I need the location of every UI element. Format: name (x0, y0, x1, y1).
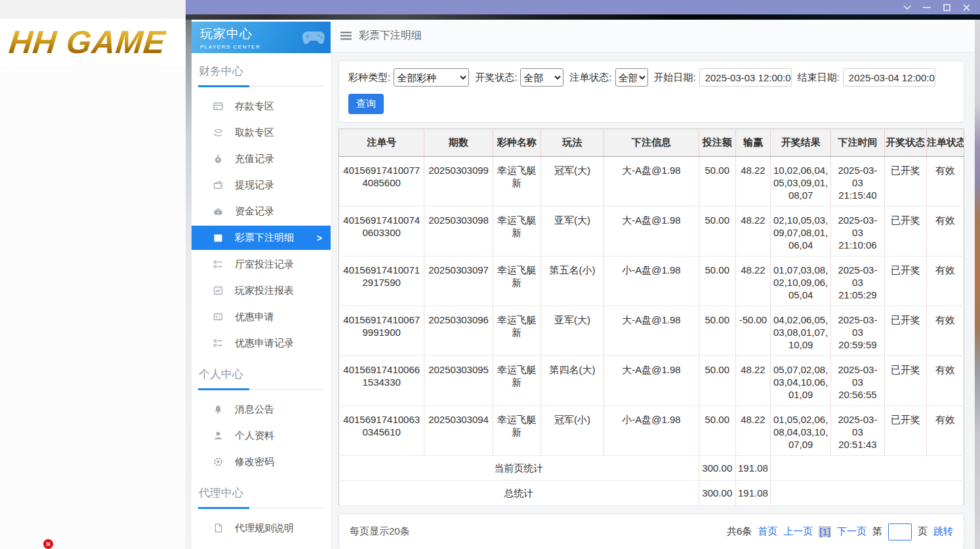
lottery-type-select[interactable]: 全部彩种 (394, 68, 469, 87)
jump-page-input[interactable] (888, 523, 912, 540)
start-date-input[interactable] (699, 68, 792, 87)
column-header: 开奖状态 (884, 129, 926, 157)
table-cell: 有效 (926, 256, 964, 306)
sidebar-item-label: 消息公告 (235, 403, 274, 416)
sidebar-title: 玩家中心 (200, 26, 260, 43)
hh-game-logo: HH GAME (7, 24, 167, 60)
summary-bet-total: 300.00 (699, 456, 735, 481)
sidebar-nav: 财务中心存款专区取款专区充值记录提现记录资金记录彩票下注明细>厅室投注记录玩家投… (192, 64, 331, 549)
table-cell: 已开奖 (884, 406, 926, 456)
window-accent-strip (186, 14, 980, 20)
table-cell: 幸运飞艇新 (493, 356, 541, 406)
chevron-right-icon: > (317, 233, 322, 243)
table-cell: 大-A盘@1.98 (604, 306, 699, 356)
sidebar-item[interactable]: 优惠申请记录 (192, 330, 331, 356)
sidebar-item[interactable]: 修改密码 (192, 449, 331, 475)
sidebar-item[interactable]: 充值记录 (192, 146, 331, 172)
sidebar-item[interactable]: 取款专区 (192, 119, 331, 146)
column-header: 下注信息 (604, 129, 699, 157)
table-cell: 2025-03-03 21:10:06 (831, 207, 884, 256)
table-cell: 05,07,02,08,03,04,10,06,01,09 (771, 356, 831, 406)
sidebar-item-label: 厅室投注记录 (235, 258, 294, 271)
table-cell: 50.00 (699, 207, 735, 256)
column-header: 彩种名称 (493, 129, 541, 157)
sidebar-item[interactable]: 提现记录 (192, 172, 331, 198)
table-cell: 50.00 (699, 256, 735, 306)
table-header-row: 注单号期数彩种名称玩法下注信息投注额输赢开奖结果下注时间开奖状态注单状态 (339, 129, 964, 157)
window-titlebar (186, 0, 980, 14)
app-window: 玩家中心 PLAYERS CENTER 财务中心存款专区取款专区充值记录提现记录… (186, 0, 980, 549)
table-row: 40156917410066153433020250303095幸运飞艇新第四名… (339, 356, 964, 406)
table-cell: 已开奖 (884, 306, 926, 356)
sidebar-item[interactable]: 个人资料 (192, 422, 331, 449)
order-status-select[interactable]: 全部 (615, 68, 648, 87)
main-area: 彩票下注明细 彩种类型: 全部彩种 开奖状态: 全部 注单状态: 全部 开始日期… (331, 20, 975, 549)
table-cell: 48.22 (735, 406, 770, 456)
scrollbar[interactable] (975, 20, 980, 549)
total-count: 共6条 (727, 525, 752, 538)
bet-details-table: 注单号期数彩种名称玩法下注信息投注额输赢开奖结果下注时间开奖状态注单状态 401… (338, 129, 964, 506)
end-date-label: 结束日期: (798, 71, 840, 84)
next-page-link[interactable]: 下一页 (837, 525, 867, 538)
table-cell: 50.00 (699, 356, 735, 406)
window-close-icon[interactable] (956, 0, 976, 14)
sidebar-item[interactable]: 资金记录 (192, 198, 331, 224)
first-page-link[interactable]: 首页 (758, 525, 777, 538)
chart-icon (212, 285, 224, 296)
draw-status-select[interactable]: 全部 (520, 68, 563, 87)
current-page: [1] (819, 526, 831, 537)
table-cell: 01,07,03,08,02,10,09,06,05,04 (771, 256, 831, 306)
sidebar-item-label: 提现记录 (235, 179, 274, 192)
summary-label: 当前页统计 (339, 456, 699, 481)
table-cell: 已开奖 (884, 157, 926, 207)
sidebar-item[interactable]: 优惠申请 (192, 304, 331, 330)
sidebar-item[interactable]: 消息公告 (192, 396, 331, 422)
column-header: 投注额 (699, 129, 735, 157)
table-cell: 20250303094 (424, 406, 493, 456)
summary-winloss-total: 191.08 (735, 456, 770, 481)
table-cell: 2025-03-03 21:05:29 (831, 256, 884, 306)
table-cell: 02,10,05,03,09,07,08,01,06,04 (771, 207, 831, 256)
order-status-label: 注单状态: (569, 71, 611, 84)
sidebar-item[interactable]: 代理规则说明 (192, 515, 331, 541)
column-header: 注单状态 (926, 129, 964, 157)
window-minimize-icon[interactable] (917, 0, 937, 14)
table-cell: 大-A盘@1.98 (604, 356, 699, 406)
sidebar-item-label: 优惠申请记录 (235, 337, 294, 350)
jump-button[interactable]: 跳转 (933, 525, 953, 538)
summary-empty (771, 456, 964, 481)
page-size-text: 每页显示20条 (350, 525, 410, 538)
sidebar-item-label: 充值记录 (235, 153, 274, 165)
pagination-bar: 每页显示20条 共6条 首页 上一页 [1] 下一页 第 页 跳转 (338, 514, 964, 549)
person-icon (212, 430, 224, 441)
start-date-label: 开始日期: (654, 71, 696, 84)
hamburger-menu-icon[interactable] (340, 31, 352, 40)
table-cell: 2025-03-03 21:15:40 (831, 157, 884, 207)
broken-image-icon (43, 539, 53, 549)
table-cell: 50.00 (699, 306, 735, 356)
summary-empty (771, 481, 964, 506)
lottery-type-label: 彩种类型: (348, 71, 390, 84)
table-cell: 50.00 (699, 406, 735, 456)
window-maximize-icon[interactable] (937, 0, 956, 14)
table-cell: 有效 (926, 306, 964, 356)
sidebar-item[interactable]: 彩票下注明细> (192, 226, 331, 250)
deposit-card-icon (212, 101, 224, 112)
sidebar-section-header: 代理中心 (198, 485, 324, 508)
prev-page-link[interactable]: 上一页 (783, 525, 813, 538)
withdraw-hand-icon (212, 127, 224, 138)
window-dropdown-icon[interactable] (897, 0, 917, 14)
sidebar-item-label: 彩票下注明细 (235, 232, 294, 244)
table-cell: 有效 (926, 157, 964, 207)
table-cell: 48.22 (735, 256, 770, 306)
list-grid-icon (212, 259, 224, 270)
search-button[interactable]: 查询 (348, 94, 384, 114)
table-cell: 401569174100661534330 (339, 356, 424, 406)
sidebar-item[interactable]: 代理团队统计 (192, 541, 331, 549)
table-cell: 50.00 (699, 157, 735, 207)
sidebar-item[interactable]: 存款专区 (192, 93, 331, 119)
end-date-input[interactable] (843, 68, 935, 87)
table-cell: 亚军(大) (541, 306, 603, 356)
sidebar-item[interactable]: 厅室投注记录 (192, 251, 331, 277)
sidebar-item[interactable]: 玩家投注报表 (192, 277, 331, 304)
